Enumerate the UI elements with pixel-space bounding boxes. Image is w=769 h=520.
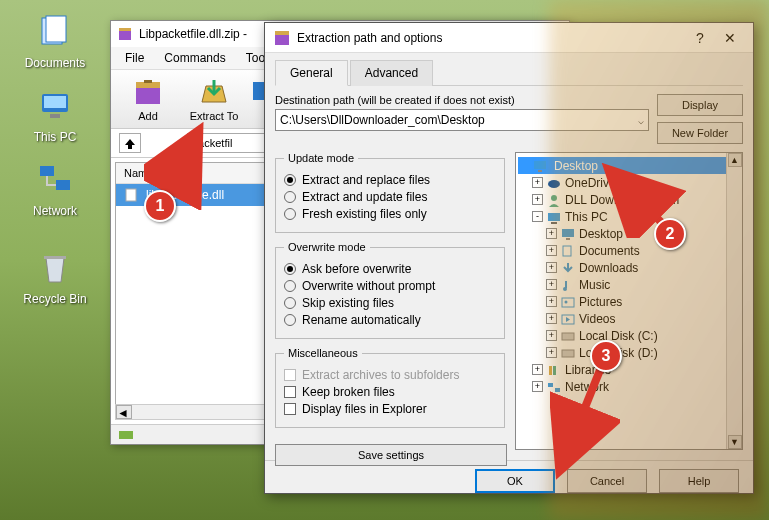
- radio-rename-auto[interactable]: Rename automatically: [284, 313, 496, 327]
- tree-node[interactable]: +DLL Downloader.com: [518, 191, 740, 208]
- menu-file[interactable]: File: [117, 49, 152, 67]
- tree-expander[interactable]: +: [546, 228, 557, 239]
- disk-icon: [560, 346, 576, 360]
- svg-point-29: [565, 300, 568, 303]
- help-button[interactable]: ?: [685, 26, 715, 50]
- tree-node-label: Local Disk (D:): [579, 346, 658, 360]
- svg-rect-15: [119, 431, 133, 439]
- tree-node-label: Music: [579, 278, 610, 292]
- tree-node[interactable]: +Pictures: [518, 293, 740, 310]
- svg-rect-18: [534, 161, 546, 169]
- tree-expander[interactable]: +: [546, 262, 557, 273]
- update-mode-legend: Update mode: [284, 152, 358, 164]
- display-button[interactable]: Display: [657, 94, 743, 116]
- svg-rect-5: [40, 166, 54, 176]
- tab-advanced[interactable]: Advanced: [350, 60, 433, 86]
- new-folder-button[interactable]: New Folder: [657, 122, 743, 144]
- check-extract-subfolders: Extract archives to subfolders: [284, 368, 496, 382]
- up-folder-button[interactable]: [119, 133, 141, 153]
- checkbox-icon: [284, 386, 296, 398]
- radio-icon: [284, 208, 296, 220]
- tree-expander[interactable]: +: [532, 177, 543, 188]
- close-button[interactable]: ✕: [715, 26, 745, 50]
- pc-icon: [546, 210, 562, 224]
- radio-icon: [284, 314, 296, 326]
- tab-general[interactable]: General: [275, 60, 348, 86]
- tool-label: Extract To: [185, 110, 243, 122]
- tree-expander[interactable]: +: [546, 279, 557, 290]
- tree-expander[interactable]: +: [546, 313, 557, 324]
- check-display-explorer[interactable]: Display files in Explorer: [284, 402, 496, 416]
- tree-node[interactable]: +Documents: [518, 242, 740, 259]
- tree-node[interactable]: +OneDrive: [518, 174, 740, 191]
- tree-expander[interactable]: +: [532, 364, 543, 375]
- desktop-icon-documents[interactable]: Documents: [20, 14, 90, 70]
- desktop-background: Documents This PC Network Recycle Bin Li…: [0, 0, 769, 520]
- destination-value: C:\Users\DllDownloader_com\Desktop: [280, 113, 485, 127]
- svg-rect-12: [144, 80, 152, 83]
- radio-ask-overwrite[interactable]: Ask before overwrite: [284, 262, 496, 276]
- extraction-dialog: Extraction path and options ? ✕ General …: [264, 22, 754, 494]
- help-button-footer[interactable]: Help: [659, 469, 739, 493]
- svg-rect-23: [551, 222, 557, 224]
- check-keep-broken[interactable]: Keep broken files: [284, 385, 496, 399]
- radio-icon: [284, 263, 296, 275]
- dialog-titlebar[interactable]: Extraction path and options ? ✕: [265, 23, 753, 53]
- tree-node[interactable]: +Desktop: [518, 225, 740, 242]
- radio-overwrite-noprompt[interactable]: Overwrite without prompt: [284, 279, 496, 293]
- svg-rect-26: [563, 246, 571, 256]
- tabs: General Advanced: [275, 59, 743, 86]
- radio-icon: [284, 297, 296, 309]
- svg-rect-24: [562, 229, 574, 237]
- tree-node[interactable]: +Local Disk (C:): [518, 327, 740, 344]
- desktop-icon-network[interactable]: Network: [20, 162, 90, 218]
- tool-label: Add: [119, 110, 177, 122]
- scroll-up-button[interactable]: ▲: [728, 153, 742, 167]
- tree-node-label: Downloads: [579, 261, 638, 275]
- tree-node-label: DLL Downloader.com: [565, 193, 679, 207]
- tree-node[interactable]: +Music: [518, 276, 740, 293]
- radio-extract-replace[interactable]: Extract and replace files: [284, 173, 496, 187]
- vertical-scrollbar[interactable]: ▲ ▼: [726, 153, 742, 449]
- tree-node[interactable]: +Downloads: [518, 259, 740, 276]
- tree-node[interactable]: +Libraries: [518, 361, 740, 378]
- folder-tree[interactable]: -Desktop+OneDrive+DLL Downloader.com-Thi…: [515, 152, 743, 450]
- scroll-down-button[interactable]: ▼: [728, 435, 742, 449]
- menu-commands[interactable]: Commands: [156, 49, 233, 67]
- ok-button[interactable]: OK: [475, 469, 555, 493]
- radio-skip-existing[interactable]: Skip existing files: [284, 296, 496, 310]
- destination-label: Destination path (will be created if doe…: [275, 94, 649, 106]
- tree-expander[interactable]: +: [546, 296, 557, 307]
- tree-expander[interactable]: +: [546, 347, 557, 358]
- desktop-icon-recycle-bin[interactable]: Recycle Bin: [20, 250, 90, 306]
- status-icon: [117, 428, 137, 442]
- desktop-icon-this-pc[interactable]: This PC: [20, 88, 90, 144]
- tree-node[interactable]: +Local Disk (D:): [518, 344, 740, 361]
- overwrite-mode-legend: Overwrite mode: [284, 241, 370, 253]
- tree-node[interactable]: +Network: [518, 378, 740, 395]
- overwrite-mode-group: Overwrite mode Ask before overwrite Over…: [275, 241, 505, 339]
- save-settings-button[interactable]: Save settings: [275, 444, 507, 466]
- this-pc-icon: [36, 88, 74, 126]
- svg-rect-9: [119, 28, 131, 31]
- documents-icon: [36, 14, 74, 52]
- miscellaneous-legend: Miscellaneous: [284, 347, 362, 359]
- tree-node[interactable]: -This PC: [518, 208, 740, 225]
- tree-node[interactable]: -Desktop: [518, 157, 740, 174]
- extract-to-button[interactable]: Extract To: [185, 76, 243, 122]
- tree-expander[interactable]: +: [546, 245, 557, 256]
- tree-expander[interactable]: +: [532, 194, 543, 205]
- radio-extract-update[interactable]: Extract and update files: [284, 190, 496, 204]
- scroll-left-button[interactable]: ◄: [116, 405, 132, 419]
- tree-node[interactable]: +Videos: [518, 310, 740, 327]
- tree-expander[interactable]: -: [532, 211, 543, 222]
- tree-expander[interactable]: +: [546, 330, 557, 341]
- radio-icon: [284, 191, 296, 203]
- add-button[interactable]: Add: [119, 76, 177, 122]
- cancel-button[interactable]: Cancel: [567, 469, 647, 493]
- destination-combobox[interactable]: C:\Users\DllDownloader_com\Desktop ⌵: [275, 109, 649, 131]
- radio-fresh-only[interactable]: Fresh existing files only: [284, 207, 496, 221]
- chevron-down-icon: ⌵: [638, 115, 644, 126]
- tree-expander[interactable]: +: [532, 381, 543, 392]
- svg-rect-33: [549, 366, 552, 375]
